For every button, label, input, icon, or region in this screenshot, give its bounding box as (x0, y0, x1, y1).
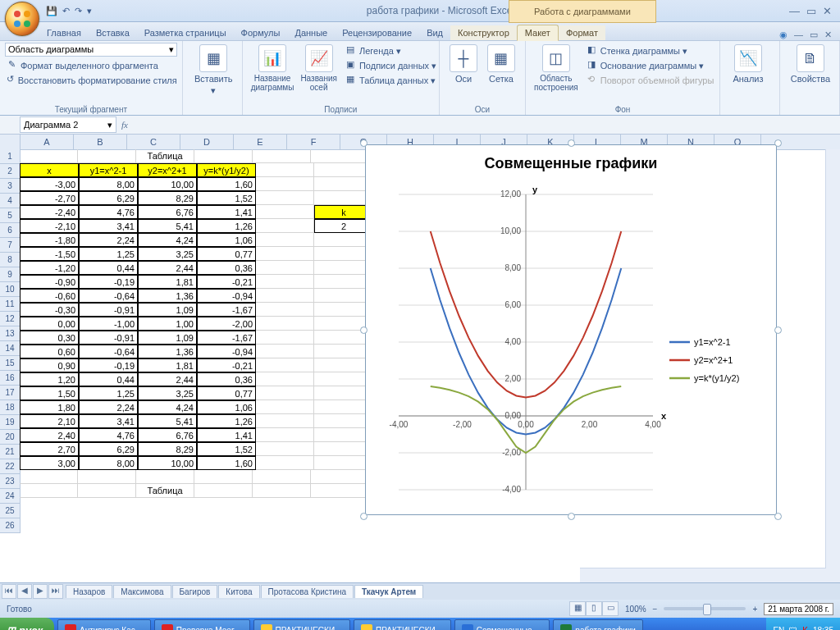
row-header[interactable]: 13 (0, 326, 20, 341)
cell[interactable] (194, 470, 253, 484)
axes-button[interactable]: ┼Оси (445, 43, 482, 115)
cell[interactable] (314, 428, 372, 442)
vertical-scrollbar[interactable] (825, 149, 840, 582)
cell[interactable] (253, 149, 311, 163)
cell[interactable]: 1,60 (197, 456, 256, 470)
cell[interactable] (256, 247, 314, 261)
cell[interactable] (256, 177, 314, 191)
cell[interactable] (314, 400, 372, 414)
cell[interactable] (314, 331, 372, 345)
cell[interactable]: 6,76 (138, 428, 197, 442)
cell[interactable] (314, 275, 372, 289)
cell[interactable] (256, 261, 314, 275)
cell[interactable]: 0,44 (79, 261, 138, 275)
cell[interactable]: 1,41 (197, 205, 256, 219)
cell[interactable]: 8,29 (138, 191, 197, 205)
taskbar-item[interactable]: Проверка Моег… (154, 619, 250, 630)
zoom-slider[interactable] (664, 607, 746, 610)
taskbar-item[interactable]: Антивирус Кас… (57, 619, 151, 630)
cell[interactable]: 2,10 (20, 414, 79, 428)
cell[interactable] (78, 484, 136, 498)
row-header[interactable]: 4 (0, 194, 20, 208)
taskbar-item[interactable]: Совмещенные … (454, 619, 550, 630)
col-header[interactable]: E (234, 135, 287, 149)
cell[interactable]: 0,36 (197, 261, 256, 275)
cell[interactable]: 3,25 (138, 247, 197, 261)
cell[interactable] (314, 191, 372, 205)
plot-area-button[interactable]: ◫Область построения (531, 43, 582, 115)
cell[interactable] (256, 345, 314, 358)
col-header[interactable]: A (21, 135, 74, 149)
cell[interactable]: -2,10 (20, 219, 79, 233)
row-header[interactable]: 26 (0, 518, 20, 533)
tab-Макет[interactable]: Макет (517, 25, 559, 41)
row-header[interactable]: 2 (0, 164, 20, 179)
cell[interactable]: -0,21 (197, 275, 256, 289)
row-header[interactable]: 23 (0, 474, 20, 489)
cell[interactable] (256, 219, 314, 233)
cell[interactable]: -1,50 (20, 247, 79, 261)
cell[interactable] (256, 331, 314, 345)
cell[interactable] (20, 149, 78, 163)
doc-minimize-icon[interactable]: — (794, 30, 803, 40)
properties-button[interactable]: 🗎Свойства (785, 43, 836, 85)
doc-restore-icon[interactable]: ▭ (810, 30, 818, 40)
cell[interactable]: 8,29 (138, 442, 197, 456)
axis-titles-button[interactable]: 📈Названия осей (297, 43, 340, 115)
row-header[interactable]: 11 (0, 297, 20, 312)
cell[interactable]: 0,60 (20, 345, 79, 358)
cell[interactable]: 8,00 (79, 177, 138, 191)
cell[interactable] (256, 456, 314, 470)
taskbar-item[interactable]: ПРАКТИЧЕСКИ… (253, 619, 351, 630)
sheet-tab[interactable]: Назаров (66, 585, 112, 598)
cell[interactable]: 8,00 (79, 456, 138, 470)
cell[interactable]: 0,30 (20, 331, 79, 345)
horizontal-scrollbar[interactable] (580, 568, 826, 582)
cell[interactable]: 1,25 (79, 386, 138, 400)
cell[interactable] (311, 470, 369, 484)
cell[interactable]: 1,09 (138, 303, 197, 317)
tab-Формат[interactable]: Формат (559, 25, 605, 40)
row-header[interactable]: 1 (0, 149, 20, 164)
chart-floor-button[interactable]: ◨Основание диаграммы ▾ (585, 59, 714, 72)
cell[interactable]: -1,80 (20, 233, 79, 247)
cell[interactable]: -1,20 (20, 261, 79, 275)
cell[interactable]: 1,09 (138, 331, 197, 345)
cell[interactable] (256, 386, 314, 400)
cell[interactable] (314, 233, 372, 247)
format-selection-button[interactable]: ✎Формат выделенного фрагмента (5, 59, 177, 72)
row-header[interactable]: 3 (0, 179, 20, 194)
cell[interactable] (194, 149, 253, 163)
cell[interactable]: -0,19 (79, 275, 138, 289)
cell[interactable] (314, 247, 372, 261)
cell[interactable]: 1,50 (20, 386, 79, 400)
undo-icon[interactable]: ↶ (62, 6, 70, 16)
cell[interactable]: 1,80 (20, 400, 79, 414)
reset-style-button[interactable]: ↺Восстановить форматирование стиля (5, 74, 177, 87)
cell[interactable]: -1,00 (79, 317, 138, 331)
cell[interactable]: Таблица (136, 149, 194, 163)
chart-wall-button[interactable]: ◧Стенка диаграммы ▾ (585, 44, 714, 57)
row-header[interactable]: 25 (0, 504, 20, 518)
maximize-icon[interactable]: ▭ (806, 5, 816, 17)
taskbar-item[interactable]: работа графики (553, 619, 643, 630)
taskbar-item[interactable]: ПРАКТИЧЕСКИ… (354, 619, 451, 630)
cell[interactable] (256, 414, 314, 428)
row-header[interactable]: 24 (0, 489, 20, 504)
cell[interactable]: -0,91 (79, 331, 138, 345)
cell[interactable]: 5,41 (138, 219, 197, 233)
cell[interactable]: 1,52 (197, 442, 256, 456)
row-header[interactable]: 6 (0, 223, 20, 238)
cell[interactable]: -2,70 (20, 191, 79, 205)
cell[interactable]: -0,64 (79, 345, 138, 358)
worksheet-grid[interactable]: ABCDEFGHIJKLMNO 123456789101112131415161… (0, 135, 840, 582)
language-indicator[interactable]: EN (773, 626, 784, 631)
view-layout-icon[interactable]: ▯ (586, 601, 602, 616)
data-table-button[interactable]: ▦Таблица данных ▾ (344, 74, 436, 87)
view-pagebreak-icon[interactable]: ▭ (602, 601, 619, 616)
cell[interactable]: 1,52 (197, 191, 256, 205)
cell[interactable]: 2,44 (138, 261, 197, 275)
cell[interactable]: 3,25 (138, 386, 197, 400)
analysis-button[interactable]: 📉Анализ (725, 43, 771, 85)
cell[interactable] (314, 372, 372, 386)
